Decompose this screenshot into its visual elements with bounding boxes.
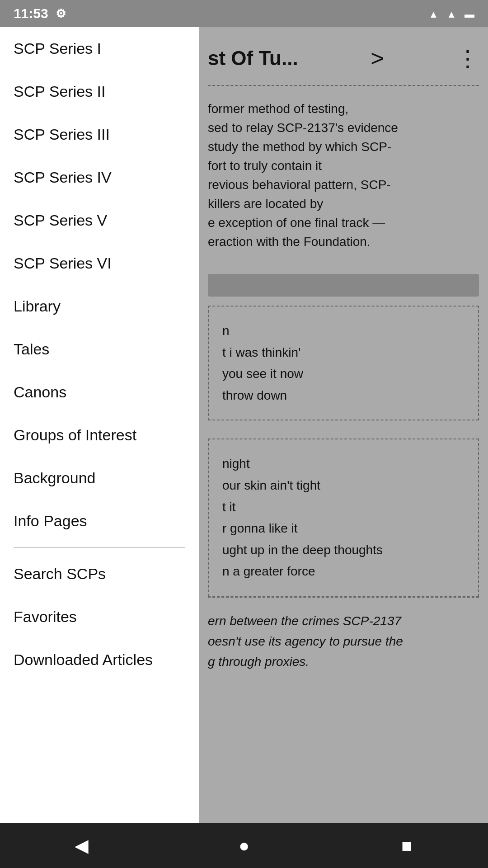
main-content: st Of Tu... > ⋮ former method of testing… (199, 27, 488, 841)
navigation-drawer: SCP Series I SCP Series II SCP Series II… (0, 27, 199, 841)
sidebar-item-search-scps[interactable]: Search SCPs (0, 552, 199, 595)
sidebar-item-downloaded-articles[interactable]: Downloaded Articles (0, 638, 199, 681)
navigation-bar (0, 823, 488, 868)
sidebar-item-tales[interactable]: Tales (0, 328, 199, 371)
status-bar-left: 11:53 (14, 6, 66, 21)
sidebar-item-scp-series-iii[interactable]: SCP Series III (0, 113, 199, 156)
menu-icon[interactable]: ⋮ (456, 45, 479, 71)
forward-icon[interactable]: > (371, 45, 384, 71)
content-header: st Of Tu... > ⋮ (208, 36, 479, 85)
back-button[interactable] (59, 827, 104, 863)
sidebar-item-scp-series-vi[interactable]: SCP Series VI (0, 242, 199, 285)
content-title: st Of Tu... (208, 47, 298, 70)
signal-icon (446, 7, 456, 21)
status-bar-right (428, 7, 474, 21)
time-display: 11:53 (14, 6, 48, 21)
sidebar-item-favorites[interactable]: Favorites (0, 595, 199, 638)
sidebar-item-groups-of-interest[interactable]: Groups of Interest (0, 414, 199, 457)
home-button[interactable] (221, 827, 267, 863)
content-paragraph-3: night our skin ain't tight t it r gonna … (208, 439, 479, 597)
drawer-divider (14, 547, 185, 548)
sidebar-item-background[interactable]: Background (0, 457, 199, 500)
content-paragraph-4: ern between the crimes SCP-2137 oesn't u… (208, 597, 479, 685)
battery-icon (465, 7, 474, 21)
recents-button[interactable] (384, 827, 429, 863)
sidebar-item-scp-series-v[interactable]: SCP Series V (0, 199, 199, 242)
sidebar-item-scp-series-i[interactable]: SCP Series I (0, 27, 199, 70)
content-paragraph-2: n t i was thinkin' you see it now throw … (208, 306, 479, 420)
wifi-icon (428, 7, 438, 21)
sidebar-item-info-pages[interactable]: Info Pages (0, 500, 199, 542)
gray-bar (208, 274, 479, 297)
gear-icon (56, 7, 66, 21)
sidebar-item-canons[interactable]: Canons (0, 371, 199, 414)
status-bar: 11:53 (0, 0, 488, 27)
sidebar-item-library[interactable]: Library (0, 285, 199, 328)
content-paragraph-1: former method of testing, sed to relay S… (208, 85, 479, 265)
sidebar-item-scp-series-ii[interactable]: SCP Series II (0, 70, 199, 113)
sidebar-item-scp-series-iv[interactable]: SCP Series IV (0, 156, 199, 199)
